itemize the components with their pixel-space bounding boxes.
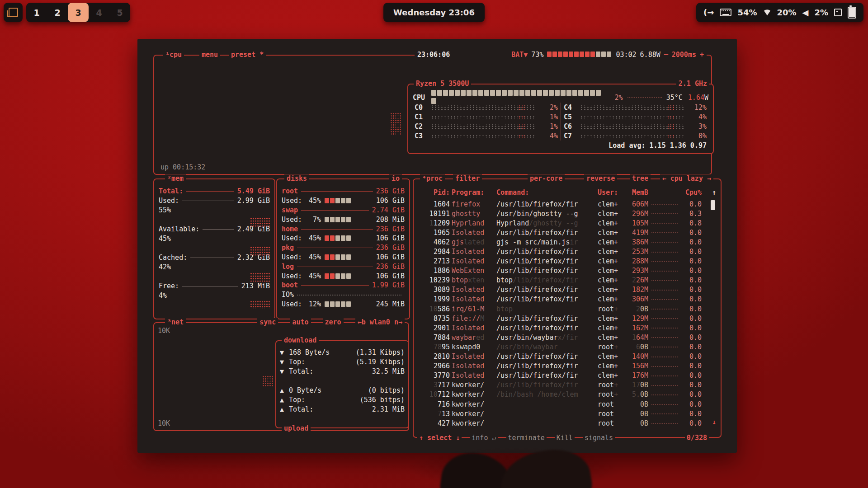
process-row[interactable]: 1604firefox/usr/lib/firefox/firclem+606M… bbox=[418, 199, 705, 209]
process-row[interactable]: 3717kworker//usr/lib/firefox/firroot+170… bbox=[418, 380, 705, 390]
process-row[interactable]: 2901Isolated/usr/lib/firefox/firclem+162… bbox=[418, 323, 705, 333]
cpu-box: ¹cpu menu preset * 23:06:06 BAT▼ 73% 03:… bbox=[153, 55, 712, 175]
process-row[interactable]: 3089Isolated/usr/lib/firefox/firclem+182… bbox=[418, 285, 705, 295]
tree-button[interactable]: tree bbox=[630, 174, 651, 183]
process-box-title: ⁴proc bbox=[420, 174, 445, 183]
per-core-button[interactable]: per-core bbox=[528, 174, 565, 183]
io-mode-button[interactable]: io bbox=[389, 174, 402, 183]
sort-selector[interactable]: ← cpu lazy → bbox=[660, 174, 713, 183]
battery-time: 03:02 bbox=[616, 51, 636, 59]
disk-name-boot: boot1.99 GiB bbox=[282, 281, 405, 290]
process-row[interactable]: 2966Isolated/usr/lib/firefox/firclem+156… bbox=[418, 361, 705, 371]
disk-used-swap: Used:7%208 MiB bbox=[282, 215, 405, 224]
clock: Wednesday 23:06 bbox=[383, 3, 485, 22]
disk-rows: root236 GiBUsed:45%106 GiBswap2.74 GiBUs… bbox=[282, 187, 405, 309]
process-row[interactable]: 3770Isolated/usr/lib/firefox/firclem+176… bbox=[418, 371, 705, 380]
process-table: 1604firefox/usr/lib/firefox/firclem+606M… bbox=[418, 199, 705, 428]
battery-icon[interactable] bbox=[848, 7, 856, 19]
mem-free-graph bbox=[250, 300, 271, 309]
disk-name-swap: swap2.74 GiB bbox=[282, 206, 405, 215]
process-row[interactable]: 2713Isolated/usr/lib/firefox/firclem+288… bbox=[418, 257, 705, 266]
wifi-icon[interactable] bbox=[763, 9, 771, 16]
process-row[interactable]: 10586irq/61-Mbtoproot+20B0.0 bbox=[418, 304, 705, 314]
workspace-4[interactable]: 4 bbox=[89, 3, 109, 22]
process-box: ⁴proc filter per-core reverse tree ← cpu… bbox=[413, 178, 722, 438]
launcher-button[interactable] bbox=[4, 3, 23, 22]
download-title: download bbox=[282, 336, 319, 344]
col-command[interactable]: Command: bbox=[496, 188, 596, 197]
power-draw: 6.88W bbox=[640, 51, 660, 59]
kill-button[interactable]: Kill bbox=[555, 434, 575, 442]
interval-decrease-button[interactable]: ─ bbox=[664, 51, 668, 59]
signals-button[interactable]: signals bbox=[583, 434, 615, 442]
disk-name-root: root236 GiB bbox=[282, 187, 405, 196]
process-row[interactable]: 713kworker/root0B0.0 bbox=[418, 409, 705, 418]
core-column-right: C412%C54%C63%C70% bbox=[561, 103, 709, 141]
net-button-0[interactable]: sync bbox=[257, 318, 278, 326]
col-pid[interactable]: Pid: bbox=[418, 188, 450, 197]
mem-pct-0: 55% bbox=[159, 206, 270, 215]
net-button-1[interactable]: auto bbox=[290, 318, 311, 326]
workspace-1[interactable]: 1 bbox=[26, 3, 47, 22]
col-program[interactable]: Program: bbox=[452, 188, 495, 197]
memory-rows: Total:5.49 GiBUsed:2.99 GiB 55%Available… bbox=[159, 187, 270, 303]
upload-row-2: ▲Total:2.31 MiB bbox=[280, 404, 405, 414]
col-user[interactable]: User: bbox=[598, 188, 627, 197]
disk-used-home: Used:45%106 GiB bbox=[282, 234, 405, 243]
process-row[interactable]: 10712kworker//bin/bash /home/clemroot+5.… bbox=[418, 390, 705, 399]
logout-icon[interactable]: (→ bbox=[703, 8, 714, 17]
keyboard-icon[interactable] bbox=[720, 9, 731, 16]
process-row[interactable]: 716kworker/root0B0.0 bbox=[418, 399, 705, 409]
select-buttons[interactable]: ↑ select ↓ bbox=[417, 434, 462, 442]
disk-name-home: home236 GiB bbox=[282, 224, 405, 234]
process-row[interactable]: 8735file://M/usr/lib/firefox/firclem+129… bbox=[418, 314, 705, 323]
col-mem[interactable]: MemB bbox=[628, 188, 648, 197]
volume-icon[interactable]: ◀ bbox=[802, 8, 809, 17]
core-graph bbox=[580, 124, 685, 129]
process-row[interactable]: 1965Isolated/usr/lib/firefox/firclem+419… bbox=[418, 228, 705, 237]
process-row[interactable]: 4062gjslatedgjs -m src/main.jsirclem+386… bbox=[418, 237, 705, 247]
net-button-2[interactable]: zero bbox=[323, 318, 344, 326]
process-row[interactable]: 10191ghostty/usr/bin/ghostty --gclem+296… bbox=[418, 209, 705, 218]
process-row[interactable]: 7884waybared/usr/bin/waybarx/firclem+164… bbox=[418, 333, 705, 342]
info-button[interactable]: info ↵ bbox=[470, 434, 498, 442]
process-scrollbar[interactable] bbox=[711, 200, 715, 210]
process-row[interactable]: 11209HyprlandHyprland/ghostty --gclem+10… bbox=[418, 218, 705, 228]
net-button-3[interactable]: ←b wlan0 n→ bbox=[355, 318, 405, 326]
core-graph bbox=[431, 124, 536, 129]
workspace-2[interactable]: 2 bbox=[47, 3, 68, 22]
disks-box: disks io root236 GiBUsed:45%106 GiBswap2… bbox=[276, 178, 410, 319]
cpu-temp: 35°C bbox=[666, 94, 683, 102]
process-row[interactable]: 2984Isolated/usr/lib/firefox/firclem+253… bbox=[418, 247, 705, 256]
menu-button[interactable]: menu bbox=[199, 51, 220, 59]
reverse-button[interactable]: reverse bbox=[584, 174, 617, 183]
sort-direction-icon[interactable]: ↑ bbox=[712, 188, 716, 197]
core-graph bbox=[431, 134, 536, 138]
process-row[interactable]: 10239btopxtenbtop/lib/firefox/firclem+22… bbox=[418, 276, 705, 285]
core-row-C5: C54% bbox=[564, 112, 707, 122]
core-grid: C02%C11%C21%C34% C412%C54%C63%C70% bbox=[412, 103, 709, 141]
workspace-5[interactable]: 5 bbox=[109, 3, 130, 22]
core-graph bbox=[580, 115, 685, 119]
process-row[interactable]: 1886WebExten/usr/lib/firefox/firclem+293… bbox=[418, 266, 705, 276]
disk-used-log: Used:45%106 GiB bbox=[282, 271, 405, 281]
chip-icon[interactable] bbox=[834, 9, 842, 16]
workspace-3[interactable]: 3 bbox=[68, 3, 89, 22]
disk-name-log: log236 GiB bbox=[282, 262, 405, 271]
scroll-down-icon[interactable]: ↓ bbox=[712, 418, 716, 426]
terminate-button[interactable]: terminate bbox=[506, 434, 547, 442]
window-frame-icon bbox=[9, 8, 18, 17]
network-buttons: syncautozero←b wlan0 n→ bbox=[257, 318, 405, 326]
process-row[interactable]: 7895kswapd0/usr/bin/waybarroot+60B0.0 bbox=[418, 342, 705, 352]
net-traffic-box: download upload ▼168 Byte/s(1.31 Kibps)▼… bbox=[275, 340, 409, 428]
filter-button[interactable]: filter bbox=[453, 174, 482, 183]
mem-pct-1: 45% bbox=[159, 234, 270, 244]
interval-increase-button[interactable]: + bbox=[700, 51, 704, 59]
process-row[interactable]: 2810Isolated/usr/lib/firefox/firclem+140… bbox=[418, 352, 705, 361]
cpu-leader-dots bbox=[627, 97, 662, 98]
cpu-graph-dots bbox=[390, 113, 402, 135]
process-row[interactable]: 427kworker/root0B0.0 bbox=[418, 418, 705, 428]
col-cpu[interactable]: Cpu% bbox=[681, 188, 702, 197]
process-row[interactable]: 1999Isolated/usr/lib/firefox/firclem+306… bbox=[418, 295, 705, 304]
preset-button[interactable]: preset * bbox=[229, 51, 266, 59]
